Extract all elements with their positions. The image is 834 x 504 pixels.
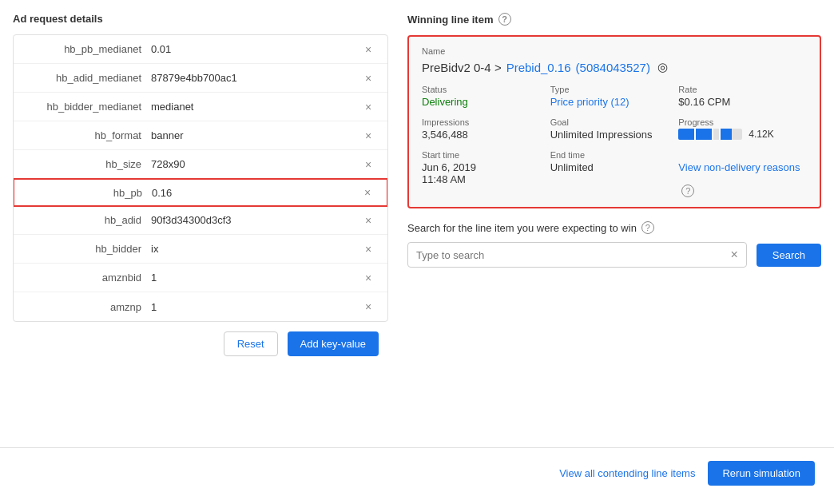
winning-name-id: (5084043527) [576, 61, 650, 74]
kv-remove-icon[interactable]: × [359, 72, 378, 85]
kv-remove-icon[interactable]: × [359, 243, 378, 256]
end-time-value: Unlimited [550, 161, 679, 173]
kv-key: hb_bidder_medianet [23, 101, 151, 113]
kv-key: amznbid [23, 272, 151, 284]
kv-row: hb_size 728x90 × [14, 150, 387, 179]
winning-card: Name PreBidv2 0-4 > Prebid_0.16 (5084043… [407, 35, 821, 208]
kv-value: ix [151, 243, 359, 255]
type-label: Type [550, 85, 679, 94]
kv-value: 90f3d34300d3cf3 [151, 214, 359, 226]
clear-search-icon[interactable]: × [730, 248, 737, 262]
goal-value: Unlimited Impressions [550, 129, 679, 141]
winning-card-name-label: Name [422, 46, 807, 56]
rerun-button[interactable]: Rerun simulation [708, 461, 815, 486]
goal-cell: Goal Unlimited Impressions [550, 117, 679, 141]
right-panel: Winning line item ? Name PreBidv2 0-4 > … [407, 13, 821, 435]
search-input-container: × [407, 242, 747, 268]
kv-remove-icon[interactable]: × [359, 43, 378, 56]
add-key-value-button[interactable]: Add key-value [288, 331, 379, 356]
winning-info-grid: Status Delivering Type Price priority (1… [422, 75, 807, 197]
kv-value: medianet [151, 101, 359, 113]
progress-bar-fill3 [721, 129, 732, 140]
status-value: Delivering [422, 96, 550, 108]
target-icon: ◎ [655, 59, 671, 75]
winning-title-text: Winning line item [407, 14, 494, 26]
kv-value: banner [151, 129, 359, 141]
kv-value: 87879e4bb700ac1 [151, 72, 359, 84]
kv-value: 0.16 [152, 187, 358, 199]
kv-remove-icon[interactable]: × [359, 101, 378, 113]
search-button[interactable]: Search [757, 244, 821, 267]
kv-key: hb_format [23, 129, 151, 141]
rate-value: $0.16 CPM [678, 96, 807, 108]
search-row: × Search [407, 242, 821, 268]
kv-key: hb_pb [24, 187, 152, 199]
kv-remove-icon[interactable]: × [359, 300, 378, 313]
rate-cell: Rate $0.16 CPM [678, 85, 807, 108]
search-help-icon[interactable]: ? [641, 221, 654, 234]
reset-button[interactable]: Reset [224, 331, 278, 356]
kv-value: 1 [151, 301, 359, 313]
kv-row: hb_adid_medianet 87879e4bb700ac1 × [14, 64, 387, 93]
search-section: Search for the line item you were expect… [407, 221, 821, 268]
kv-value: 1 [151, 272, 359, 284]
winning-title: Winning line item ? [407, 13, 821, 26]
kv-row: amznp 1 × [14, 292, 387, 321]
kv-key: hb_pb_medianet [23, 43, 151, 55]
kv-row: hb_format banner × [14, 121, 387, 150]
search-input[interactable] [416, 249, 730, 261]
kv-row: amznbid 1 × [14, 264, 387, 292]
kv-key: hb_bidder [23, 243, 151, 255]
winning-help-icon[interactable]: ? [498, 13, 511, 26]
end-time-cell: End time Unlimited [550, 150, 679, 197]
start-time-cell: Start time Jun 6, 2019 11:48 AM [422, 150, 550, 197]
kv-key: amznp [23, 301, 151, 313]
kv-remove-icon[interactable]: × [359, 272, 378, 284]
non-delivery-help-icon[interactable]: ? [681, 185, 694, 197]
kv-table: hb_pb_medianet 0.01 × hb_adid_medianet 8… [13, 34, 388, 322]
winning-name-prefix: PreBidv2 0-4 > [422, 61, 502, 74]
rate-label: Rate [678, 85, 807, 94]
progress-label: Progress [678, 117, 807, 127]
progress-bar-fill2 [696, 129, 712, 140]
kv-remove-icon[interactable]: × [359, 129, 378, 142]
kv-row: hb_bidder_medianet medianet × [14, 93, 387, 121]
progress-bar-fill [678, 129, 694, 140]
left-panel-title: Ad request details [13, 13, 388, 25]
progress-bar-container: 4.12K [678, 129, 807, 140]
start-time-value: Jun 6, 2019 11:48 AM [422, 161, 550, 185]
progress-cell: Progress 4.12K [678, 117, 807, 141]
status-cell: Status Delivering [422, 85, 550, 108]
kv-row: hb_pb 0.16 × [13, 178, 388, 207]
kv-remove-icon[interactable]: × [359, 158, 378, 171]
left-panel: Ad request details hb_pb_medianet 0.01 ×… [13, 13, 388, 435]
non-delivery-cell: View non-delivery reasons ? [678, 150, 807, 197]
type-link[interactable]: Price priority (12) [550, 96, 629, 108]
winning-name-link[interactable]: Prebid_0.16 [506, 61, 571, 74]
kv-key: hb_size [23, 158, 151, 170]
view-non-delivery-link[interactable]: View non-delivery reasons [678, 161, 800, 173]
kv-value: 728x90 [151, 158, 359, 170]
goal-label: Goal [550, 117, 679, 127]
bottom-bar: View all contending line items Rerun sim… [0, 447, 834, 498]
kv-key: hb_adid [23, 214, 151, 226]
impressions-cell: Impressions 3,546,488 [422, 117, 550, 141]
kv-remove-icon[interactable]: × [359, 214, 378, 227]
impressions-value: 3,546,488 [422, 129, 550, 141]
end-time-label: End time [550, 150, 679, 160]
search-label-text: Search for the line item you were expect… [407, 222, 637, 234]
kv-value: 0.01 [151, 43, 359, 55]
type-value: Price priority (12) [550, 96, 679, 108]
progress-value: 4.12K [749, 129, 773, 140]
kv-row: hb_bidder ix × [14, 235, 387, 264]
kv-row: hb_pb_medianet 0.01 × [14, 35, 387, 64]
kv-remove-icon[interactable]: × [358, 186, 377, 199]
progress-bar-outer [678, 129, 742, 140]
kv-actions: Reset Add key-value [13, 322, 388, 363]
impressions-label: Impressions [422, 117, 550, 127]
search-label: Search for the line item you were expect… [407, 221, 821, 234]
kv-row: hb_adid 90f3d34300d3cf3 × [14, 206, 387, 235]
start-time-label: Start time [422, 150, 550, 160]
type-cell: Type Price priority (12) [550, 85, 679, 108]
view-all-link[interactable]: View all contending line items [559, 467, 695, 479]
